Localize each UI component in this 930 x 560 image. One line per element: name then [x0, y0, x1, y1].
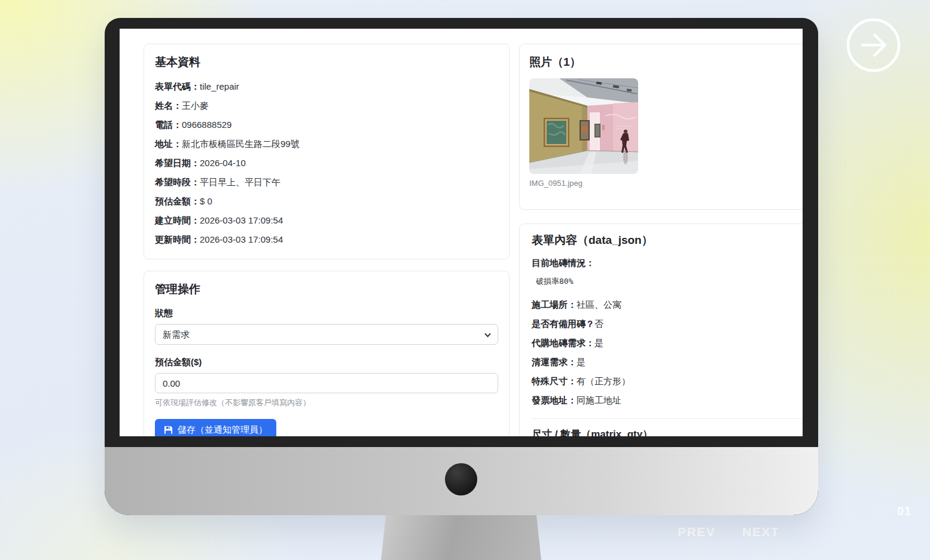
admin-actions-card: 管理操作 狀態 新需求 預估金額($) 可依 — [144, 271, 510, 436]
save-button[interactable]: 儲存（並通知管理員） — [155, 419, 276, 436]
field-preferred-time: 希望時段：平日早上、平日下午 — [155, 176, 498, 188]
condition-label: 目前地磚情況： — [532, 258, 803, 269]
status-select[interactable]: 新需求 — [155, 324, 498, 345]
browser-screen: 基本資料 表單代碼：tile_repair 姓名：王小麥 電話：09668885… — [120, 29, 803, 436]
save-icon — [164, 426, 173, 434]
amount-input[interactable] — [155, 373, 498, 393]
field-phone: 電話：0966888529 — [155, 119, 498, 131]
field-name: 姓名：王小麥 — [155, 100, 498, 112]
monitor-stand — [381, 515, 541, 560]
matrix-qty-title: 尺寸 / 數量（matrix_qty） — [532, 427, 803, 436]
field-address: 地址：新北市板橋區民生路二段99號 — [155, 138, 498, 150]
admin-actions-title: 管理操作 — [155, 281, 498, 297]
field-preferred-date: 希望日期：2026-04-10 — [155, 157, 498, 169]
next-button[interactable]: NEXT — [742, 525, 779, 539]
field-spare-tiles: 是否有備用磚？否 — [532, 318, 803, 330]
prev-button[interactable]: PREV — [678, 525, 715, 539]
monitor-frame: 基本資料 表單代碼：tile_repair 姓名：王小麥 電話：09668885… — [105, 18, 818, 515]
amount-helper-text: 可依現場評估修改（不影響原客戶填寫內容） — [155, 397, 498, 408]
field-updated-at: 更新時間：2026-03-03 17:09:54 — [155, 234, 498, 246]
next-arrow-icon[interactable] — [846, 17, 901, 73]
field-special-size: 特殊尺寸：有（正方形） — [532, 375, 803, 387]
field-debris-removal: 清運需求：是 — [532, 356, 803, 368]
section-divider — [532, 418, 803, 419]
slide-number: 01 — [897, 504, 911, 518]
field-invoice-address: 發票地址：同施工地址 — [532, 394, 803, 406]
field-form-code: 表單代碼：tile_repair — [155, 81, 498, 93]
photo-thumbnail[interactable] — [529, 78, 638, 174]
status-label: 狀態 — [155, 308, 498, 319]
photos-title: 照片（1） — [529, 54, 803, 70]
basic-info-card: 基本資料 表單代碼：tile_repair 姓名：王小麥 電話：09668885… — [144, 44, 510, 259]
field-work-site: 施工場所：社區、公寓 — [532, 299, 803, 311]
photos-card: 照片（1） — [519, 44, 803, 210]
save-button-label: 儲存（並通知管理員） — [178, 424, 267, 436]
basic-info-title: 基本資料 — [155, 54, 498, 70]
field-purchase-tiles: 代購地磚需求：是 — [532, 337, 803, 349]
field-created-at: 建立時間：2026-03-03 17:09:54 — [155, 215, 498, 227]
field-estimated-amount: 預估金額：$ 0 — [155, 195, 498, 207]
form-content-card: 表單內容（data_json） 目前地磚情況： 破損率80% 施工場所：社區、公… — [519, 224, 803, 436]
amount-label: 預估金額($) — [155, 357, 498, 368]
monitor-logo-dot — [445, 463, 477, 495]
form-content-title: 表單內容（data_json） — [532, 232, 803, 248]
photo-filename: IMG_0951.jpeg — [529, 179, 803, 188]
condition-value: 破損率80% — [536, 276, 803, 287]
